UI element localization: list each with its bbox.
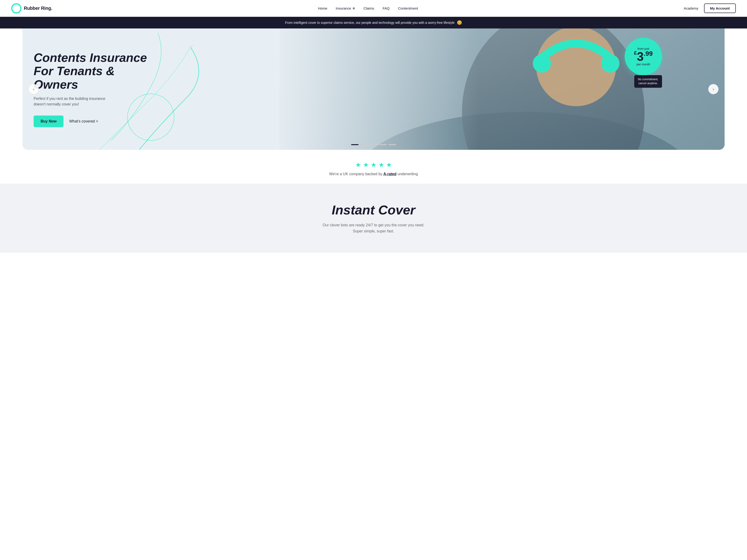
carousel-dot-1[interactable] [351,144,359,145]
no-commit-text: No commitment,cancel anytime. [638,78,658,85]
carousel-dots [351,144,396,145]
announcement-text: From intelligent cover to superior claim… [285,21,455,25]
hero-section: Contents Insurance For Tenants & Owners … [22,28,725,150]
insurance-plus-icon: ⊕ [353,6,355,10]
price-decimal: .99 [644,50,653,57]
nav-links: Home Insurance ⊕ Claims FAQ Contentment [318,6,418,10]
hero-inner: Contents Insurance For Tenants & Owners … [34,28,713,150]
price-amount-row: £ 3 .99 [634,50,653,62]
price-badge: from just £ 3 .99 per month [625,38,662,75]
a-rated-link[interactable]: A-rated [383,172,396,176]
instant-subtitle-2: Super simple, super fast. [353,229,394,233]
carousel-dot-5[interactable] [388,144,396,145]
price-per-label: per month [637,62,650,66]
price-symbol: £ [634,50,637,56]
carousel-dot-3[interactable] [370,144,377,145]
hero-subtitle: Perfect if you rent as the building insu… [34,96,118,107]
carousel-dot-4[interactable] [379,144,387,145]
buy-now-button[interactable]: Buy Now [34,115,63,127]
star-4: ★ [379,161,384,169]
instant-subtitle-1: Our clever bots are ready 24/7 to get yo… [323,223,424,227]
hero-content: Contents Insurance For Tenants & Owners … [34,37,155,141]
stars-text: We're a UK company backed by A-rated und… [6,172,741,176]
instant-cover-title: Instant Cover [11,202,736,217]
hero-actions: Buy Now What's covered > [34,115,155,127]
stars-section: ★ ★ ★ ★ ★ We're a UK company backed by A… [0,150,747,184]
carousel-dot-2[interactable] [360,144,368,145]
instant-cover-section: Instant Cover Our clever bots are ready … [0,184,747,253]
stars-text-after: underwriting [396,172,418,176]
nav-academy[interactable]: Academy [684,6,698,10]
stars-text-before: We're a UK company backed by [329,172,383,176]
hero-title: Contents Insurance For Tenants & Owners [34,51,155,91]
nav-faq[interactable]: FAQ [383,6,390,10]
nav-contentment[interactable]: Contentment [398,6,418,10]
star-1: ★ [355,161,361,169]
price-main: 3 [637,50,644,62]
whats-covered-link[interactable]: What's covered > [69,119,98,124]
announce-icon: 😊 [457,20,462,25]
my-account-button[interactable]: My Account [704,3,736,13]
star-3: ★ [371,161,377,169]
brand-logo[interactable]: Rubber Ring. [11,3,52,14]
nav-right: Academy My Account [684,3,736,13]
announcement-bar: From intelligent cover to superior claim… [0,17,747,28]
nav-home[interactable]: Home [318,6,327,10]
stars-row: ★ ★ ★ ★ ★ [6,161,741,169]
logo-text: Rubber Ring. [24,6,52,11]
nav-claims[interactable]: Claims [363,6,374,10]
nav-insurance[interactable]: Insurance ⊕ [336,6,355,10]
no-commitment-badge: No commitment,cancel anytime. [634,75,662,88]
star-2: ★ [363,161,369,169]
navbar: Rubber Ring. Home Insurance ⊕ Claims FAQ… [0,0,747,17]
logo-circle-icon [11,3,22,14]
carousel-next-button[interactable]: › [708,84,719,94]
instant-cover-subtitle: Our clever bots are ready 24/7 to get yo… [315,222,432,234]
carousel-prev-button[interactable]: ‹ [28,84,39,94]
star-5: ★ [386,161,392,169]
